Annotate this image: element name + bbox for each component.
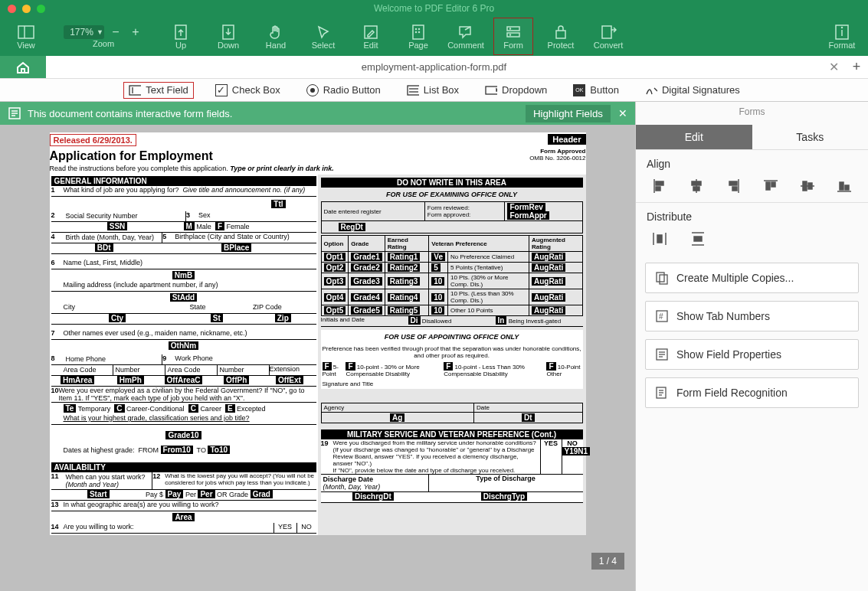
tab-tasks[interactable]: Tasks xyxy=(752,125,869,149)
protect-button[interactable]: Protect xyxy=(541,18,581,55)
button-tool[interactable]: OKButton xyxy=(568,83,624,98)
field-name[interactable]: NmB xyxy=(172,271,195,279)
svg-rect-49 xyxy=(657,235,662,243)
dropdown-tool[interactable]: Dropdown xyxy=(480,83,552,98)
document-viewport[interactable]: This document contains interactive form … xyxy=(0,102,635,591)
form-tools-bar: Text Field ✓Check Box Radio Button List … xyxy=(0,79,868,102)
document-tab-title[interactable]: employment-application-form.pdf xyxy=(46,61,822,73)
svg-point-18 xyxy=(842,27,843,28)
traffic-lights xyxy=(8,5,45,13)
align-left-icon[interactable] xyxy=(651,178,668,194)
home-tab[interactable] xyxy=(0,56,46,78)
svg-rect-37 xyxy=(732,187,737,191)
align-bottom-icon[interactable] xyxy=(836,178,853,194)
doc-title: Application for Employment xyxy=(50,148,334,165)
checkbox-tool[interactable]: ✓Check Box xyxy=(211,83,285,98)
select-tool-button[interactable]: Select xyxy=(303,18,343,55)
text-field-tool[interactable]: Text Field xyxy=(123,82,194,99)
hand-icon xyxy=(267,24,284,41)
recognition-icon xyxy=(655,386,669,400)
align-label: Align xyxy=(647,158,857,170)
zoom-in-button[interactable]: + xyxy=(128,25,143,39)
forms-sidebar: Forms Edit Tasks Align Distribute xyxy=(635,102,868,591)
header-field[interactable]: Header xyxy=(548,134,585,145)
distribute-v-icon[interactable] xyxy=(689,230,706,247)
zoom-out-button[interactable]: − xyxy=(108,25,123,39)
page-indicator[interactable]: 1 / 4 xyxy=(591,553,624,570)
svg-rect-11 xyxy=(507,33,519,37)
minimize-window-button[interactable] xyxy=(22,5,31,13)
svg-point-8 xyxy=(416,31,417,32)
pencil-icon xyxy=(363,24,378,41)
close-window-button[interactable] xyxy=(8,5,16,13)
home-icon xyxy=(15,60,31,74)
lock-icon xyxy=(554,24,568,41)
svg-rect-14 xyxy=(556,31,565,38)
svg-text:#: # xyxy=(659,312,663,321)
form-icon xyxy=(505,24,522,41)
align-right-icon[interactable] xyxy=(725,178,742,194)
align-center-v-icon[interactable] xyxy=(799,178,816,194)
hint-message: This document contains interactive form … xyxy=(28,108,232,119)
svg-rect-24 xyxy=(486,87,497,94)
sidebar-title: Forms xyxy=(636,102,868,125)
svg-point-6 xyxy=(416,28,417,29)
svg-rect-39 xyxy=(766,182,770,190)
svg-rect-43 xyxy=(808,183,812,189)
new-tab-button[interactable]: + xyxy=(845,59,868,75)
listbox-tool[interactable]: List Box xyxy=(402,83,463,98)
align-top-icon[interactable] xyxy=(762,178,779,194)
field-staddress[interactable]: StAdd xyxy=(170,293,197,302)
field-title[interactable]: Ttl xyxy=(271,200,285,208)
svg-rect-30 xyxy=(656,181,663,185)
svg-point-7 xyxy=(419,28,420,29)
convert-button[interactable]: Convert xyxy=(588,18,628,55)
cursor-icon xyxy=(316,24,331,41)
hand-tool-button[interactable]: Hand xyxy=(256,18,296,55)
released-stamp: Released 6/29/2013. xyxy=(50,134,136,146)
field-othernames[interactable]: OthNm xyxy=(169,341,198,350)
distribute-h-icon[interactable] xyxy=(651,230,668,247)
show-field-properties-button[interactable]: Show Field Properties xyxy=(645,339,859,370)
create-copies-button[interactable]: Create Multiple Copies... xyxy=(645,263,859,293)
svg-rect-33 xyxy=(692,181,701,185)
app-title: Welcome to PDF Editor 6 Pro xyxy=(374,3,494,14)
down-button[interactable]: Down xyxy=(208,18,248,55)
svg-rect-21 xyxy=(408,86,419,95)
svg-rect-15 xyxy=(602,26,611,38)
format-button[interactable]: Format xyxy=(822,18,862,55)
chevron-down-icon: ▼ xyxy=(97,28,103,36)
field-bplace[interactable]: BPlace xyxy=(221,243,251,252)
tab-edit[interactable]: Edit xyxy=(636,125,752,149)
svg-rect-54 xyxy=(660,275,667,284)
window-titlebar: Welcome to PDF Editor 6 Pro xyxy=(0,0,868,17)
svg-rect-36 xyxy=(729,181,737,185)
field-grade10[interactable]: Grade10 xyxy=(165,431,201,439)
form-button[interactable]: Form xyxy=(493,18,533,55)
up-button[interactable]: Up xyxy=(161,18,201,55)
show-tab-numbers-button[interactable]: # Show Tab Numbers xyxy=(645,301,859,331)
radio-tool[interactable]: Radio Button xyxy=(302,83,385,98)
signature-tool[interactable]: Digital Signatures xyxy=(640,83,745,98)
svg-point-13 xyxy=(510,34,511,35)
dismiss-hint-button[interactable]: ✕ xyxy=(618,107,627,119)
copies-icon xyxy=(655,271,669,285)
zoom-control: 177% ▼ − + Zoom xyxy=(54,18,153,55)
page-button[interactable]: Page xyxy=(398,18,438,55)
close-tab-button[interactable]: ✕ xyxy=(822,60,845,74)
highlight-fields-button[interactable]: Highlight Fields xyxy=(526,105,611,122)
svg-rect-46 xyxy=(845,185,849,190)
field-bdate[interactable]: BDt xyxy=(95,243,113,252)
tab-numbers-icon: # xyxy=(655,309,669,323)
comment-icon xyxy=(457,24,474,41)
page-icon xyxy=(411,24,425,41)
svg-rect-40 xyxy=(771,182,775,187)
align-center-h-icon[interactable] xyxy=(688,178,705,194)
view-button[interactable]: View xyxy=(6,18,46,55)
maximize-window-button[interactable] xyxy=(37,5,45,13)
edit-button[interactable]: Edit xyxy=(351,18,391,55)
form-field-recognition-button[interactable]: Form Field Recognition xyxy=(645,377,859,408)
field-ssn[interactable]: SSN xyxy=(107,222,128,230)
info-icon xyxy=(834,24,850,41)
comment-button[interactable]: Comment xyxy=(446,18,486,55)
